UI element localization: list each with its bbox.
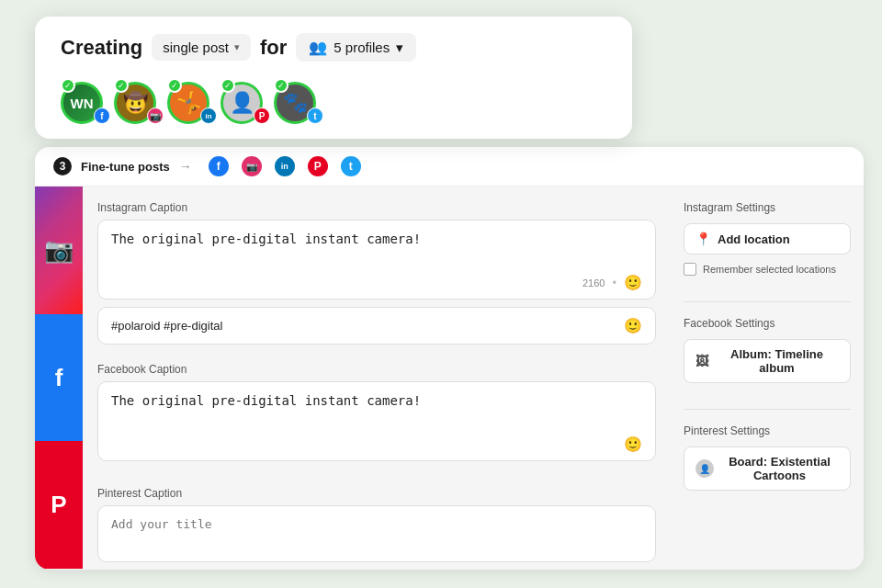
for-label: for: [260, 36, 287, 60]
facebook-caption-box: 🙂: [97, 381, 656, 461]
facebook-caption-input[interactable]: [111, 393, 642, 426]
tw-badge-5: t: [307, 107, 323, 124]
step-arrow-icon: →: [179, 159, 192, 174]
location-icon: 📍: [695, 232, 711, 246]
settings-divider-1: [684, 301, 851, 302]
step-pinterest-icon[interactable]: P: [308, 156, 328, 176]
check-badge-3: ✓: [167, 78, 182, 93]
creating-row: Creating single post ▾ for 👥 5 profiles …: [61, 33, 606, 62]
top-card: Creating single post ▾ for 👥 5 profiles …: [35, 17, 632, 139]
pinterest-caption-box: [97, 505, 656, 562]
step-twitter-icon[interactable]: t: [341, 156, 361, 176]
pinterest-settings-section: Pinterest Settings 👤 Board: Existential …: [684, 424, 851, 491]
avatar-5[interactable]: ✓ 🐾 t: [274, 74, 325, 126]
check-badge-1: ✓: [61, 78, 75, 93]
profiles-dropdown[interactable]: 👥 5 profiles ▾: [296, 33, 416, 62]
instagram-char-count: 2160: [582, 277, 605, 288]
check-badge-5: ✓: [274, 78, 288, 93]
platform-sidebar: 📷 f P: [35, 187, 83, 569]
post-type-label: single post: [163, 40, 229, 55]
facebook-icon: f: [55, 364, 63, 392]
settings-sidebar: Instagram Settings 📍 Add location Rememb…: [671, 187, 864, 569]
pinterest-settings-title: Pinterest Settings: [684, 424, 851, 437]
instagram-hashtag-text: #polaroid #pre-digital: [111, 319, 222, 333]
avatar-4[interactable]: ✓ 👤 P: [220, 74, 272, 126]
instagram-caption-footer: 2160 • 🙂: [111, 268, 642, 291]
avatar-row: ✓ WN f ✓ 🤠 📷 ✓ 🤸 in ✓ 👤: [61, 74, 606, 126]
facebook-caption-label: Facebook Caption: [97, 363, 656, 376]
album-button[interactable]: 🖼 Album: Timeline album: [684, 339, 851, 383]
content-area: 📷 f P Instagram Caption 2160 • 🙂: [35, 187, 864, 569]
remember-row: Remember selected locations: [684, 263, 851, 276]
instagram-platform-tab[interactable]: 📷: [35, 187, 83, 314]
step-number: 3: [53, 157, 72, 175]
ig-badge-2: 📷: [147, 107, 164, 124]
pinterest-caption-input[interactable]: [111, 517, 642, 550]
instagram-settings-title: Instagram Settings: [684, 201, 851, 214]
facebook-settings-section: Facebook Settings 🖼 Album: Timeline albu…: [684, 317, 851, 383]
instagram-hashtag-box[interactable]: #polaroid #pre-digital 🙂: [97, 307, 656, 345]
pinterest-platform-tab[interactable]: P: [35, 441, 83, 569]
step-label: Fine-tune posts: [81, 160, 170, 174]
fb-badge-1: f: [94, 107, 110, 124]
posts-area: Instagram Caption 2160 • 🙂 #polaroid #pr…: [83, 187, 671, 569]
step-linkedin-icon[interactable]: in: [275, 156, 295, 176]
avatar-2[interactable]: ✓ 🤠 📷: [114, 74, 165, 126]
album-icon: 🖼: [695, 354, 708, 368]
instagram-caption-box: 2160 • 🙂: [97, 220, 656, 300]
facebook-settings-title: Facebook Settings: [684, 317, 851, 330]
post-type-dropdown[interactable]: single post ▾: [152, 34, 251, 61]
profiles-chevron-icon: ▾: [396, 40, 403, 56]
check-badge-2: ✓: [114, 78, 129, 93]
char-dot: •: [612, 276, 616, 289]
instagram-emoji-button[interactable]: 🙂: [624, 274, 642, 291]
chevron-down-icon: ▾: [234, 41, 240, 53]
remember-label: Remember selected locations: [703, 264, 836, 275]
avatar-1[interactable]: ✓ WN f: [61, 74, 112, 126]
album-label: Album: Timeline album: [715, 347, 839, 375]
remember-checkbox[interactable]: [684, 263, 696, 276]
pi-badge-4: P: [254, 107, 270, 124]
pinterest-post-section: Pinterest Caption: [97, 487, 656, 569]
check-badge-4: ✓: [220, 78, 235, 93]
main-card: 3 Fine-tune posts → f 📷 in P t 📷 f P: [35, 147, 864, 570]
facebook-caption-footer: 🙂: [111, 430, 642, 453]
profiles-count-label: 5 profiles: [334, 40, 390, 55]
board-label: Board: Existential Cartoons: [720, 455, 839, 482]
creating-label: Creating: [61, 36, 142, 60]
li-badge-3: in: [200, 107, 217, 124]
board-button[interactable]: 👤 Board: Existential Cartoons: [684, 447, 851, 491]
settings-divider-2: [684, 409, 851, 410]
instagram-icon: 📷: [44, 236, 74, 265]
step-bar: 3 Fine-tune posts → f 📷 in P t: [35, 147, 864, 187]
facebook-platform-tab[interactable]: f: [35, 314, 83, 442]
step-instagram-icon[interactable]: 📷: [242, 156, 262, 176]
instagram-settings-section: Instagram Settings 📍 Add location Rememb…: [684, 201, 851, 276]
pinterest-caption-label: Pinterest Caption: [97, 487, 656, 500]
instagram-caption-label: Instagram Caption: [97, 201, 656, 214]
add-location-button[interactable]: 📍 Add location: [684, 223, 851, 254]
step-facebook-icon[interactable]: f: [209, 156, 229, 176]
board-avatar: 👤: [695, 459, 714, 478]
avatar-3[interactable]: ✓ 🤸 in: [167, 74, 219, 126]
add-location-label: Add location: [718, 232, 790, 246]
instagram-caption-input[interactable]: [111, 232, 642, 265]
step-social-icons: f 📷 in P t: [209, 156, 361, 176]
facebook-post-section: Facebook Caption 🙂: [97, 363, 656, 469]
facebook-emoji-button[interactable]: 🙂: [624, 435, 642, 453]
instagram-post-section: Instagram Caption 2160 • 🙂 #polaroid #pr…: [97, 201, 656, 345]
profiles-icon: 👥: [309, 39, 327, 56]
instagram-hashtag-emoji-button[interactable]: 🙂: [624, 317, 642, 334]
pinterest-icon: P: [51, 491, 66, 519]
